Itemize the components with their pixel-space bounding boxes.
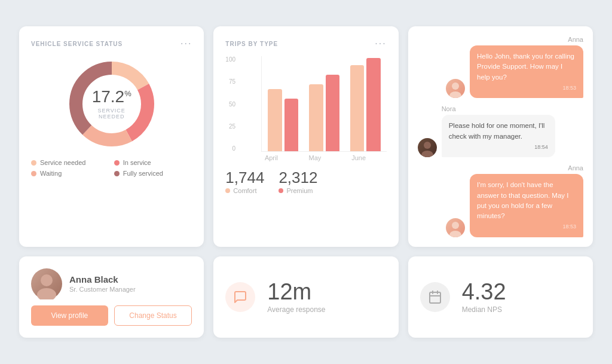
x-label-june: June <box>337 154 381 161</box>
bubble-nora: Please hold for one moment, I'll check w… <box>442 115 555 157</box>
vehicle-status-title: VEHICLE SERVICE STATUS <box>31 41 123 47</box>
stat-number-premium: 2,312 <box>279 169 317 187</box>
stat-label-comfort: Comfort <box>233 187 256 194</box>
donut-chart: 17.2% SERVICENEEDED <box>64 56 160 152</box>
bubble-anna-2: I'm sorry, I don't have the answer to th… <box>470 174 583 237</box>
svg-point-5 <box>449 91 461 98</box>
bubble-anna-1: Hello John, thank you for calling Provid… <box>470 45 583 98</box>
stat-dot-comfort <box>225 188 230 193</box>
bubble-time: 18:53 <box>477 223 576 231</box>
profile-avatar <box>31 268 62 299</box>
stat-comfort: 1,744 Comfort <box>225 169 264 194</box>
legend-dot-waiting <box>31 171 36 176</box>
bar-group-june <box>350 58 381 151</box>
message-sender-anna2: Anna <box>418 164 583 172</box>
avg-response-card: 12m Average response <box>213 256 398 338</box>
bubble-time: 18:54 <box>449 143 548 152</box>
bar-may-comfort <box>309 84 323 151</box>
profile-text: Anna Black Sr. Customer Manager <box>69 274 136 293</box>
legend-item: In service <box>114 159 192 166</box>
message-bubble-row: Hello John, thank you for calling Provid… <box>418 45 583 98</box>
message-bubble-row: Please hold for one moment, I'll check w… <box>418 115 583 157</box>
view-profile-button[interactable]: View profile <box>31 305 108 326</box>
legend-item: Fully serviced <box>114 170 192 177</box>
profile-buttons: View profile Change Status <box>31 305 192 326</box>
message-bubble-row: I'm sorry, I don't have the answer to th… <box>418 174 583 237</box>
y-axis: 100 75 50 25 0 <box>225 56 235 152</box>
avg-response-value: 12m <box>267 280 325 303</box>
y-label: 100 <box>225 56 235 63</box>
profile-info: Anna Black Sr. Customer Manager <box>31 268 136 299</box>
x-label-april: April <box>249 154 293 161</box>
legend-item: Service needed <box>31 159 109 166</box>
avg-response-content: 12m Average response <box>267 280 325 314</box>
x-labels: April May June <box>243 154 386 161</box>
change-status-button[interactable]: Change Status <box>114 305 192 326</box>
x-label-may: May <box>293 154 336 161</box>
median-nps-value: 4.32 <box>462 280 506 303</box>
svg-point-6 <box>424 142 431 149</box>
bar-april-premium <box>284 99 298 151</box>
legend-dot-in-service <box>114 160 120 166</box>
median-nps-label: Median NPS <box>462 305 506 314</box>
message-sender-anna: Anna <box>418 36 583 43</box>
message-row: Nora Please hold for one moment, I'll ch… <box>418 105 583 157</box>
bar-group-may <box>309 75 339 151</box>
legend-label-in-service: In service <box>123 159 151 166</box>
median-nps-content: 4.32 Median NPS <box>462 280 506 314</box>
trips-menu[interactable]: ··· <box>375 38 386 49</box>
message-row: Anna I'm sorry, I don't have the answer … <box>418 164 583 237</box>
y-label: 75 <box>225 78 235 85</box>
card-header: VEHICLE SERVICE STATUS ··· <box>31 38 192 49</box>
median-nps-card: 4.32 Median NPS <box>408 256 593 338</box>
legend-dot-fully-serviced <box>114 171 120 176</box>
profile-card: Anna Black Sr. Customer Manager View pro… <box>19 256 204 338</box>
vehicle-status-card: VEHICLE SERVICE STATUS ··· 1 <box>19 26 204 247</box>
bar-april-comfort <box>268 89 281 151</box>
stat-label-premium: Premium <box>286 187 313 194</box>
avatar-anna <box>446 79 465 98</box>
y-label: 0 <box>225 145 235 152</box>
donut-center: 17.2% SERVICENEEDED <box>92 88 131 120</box>
bar-june-comfort <box>350 65 364 151</box>
svg-point-4 <box>452 82 459 90</box>
chat-card: Anna Hello John, thank you for calling P… <box>408 26 593 247</box>
trips-card: TRIPS BY TYPE ··· 100 75 50 25 0 <box>213 26 398 247</box>
avatar-anna-2 <box>446 218 465 237</box>
profile-role: Sr. Customer Manager <box>69 286 136 293</box>
calendar-icon <box>420 282 450 312</box>
y-label: 50 <box>225 101 235 108</box>
bar-june-premium <box>366 58 380 151</box>
stat-premium: 2,312 Premium <box>279 169 317 194</box>
stat-legend-premium: Premium <box>279 187 317 194</box>
svg-point-7 <box>421 151 433 157</box>
donut-label: SERVICENEEDED <box>92 108 131 120</box>
trips-header: TRIPS BY TYPE ··· <box>225 38 386 49</box>
svg-point-11 <box>37 288 56 299</box>
legend-label-waiting: Waiting <box>40 170 62 177</box>
svg-point-8 <box>452 222 459 229</box>
dashboard: VEHICLE SERVICE STATUS ··· 1 <box>19 26 593 338</box>
message-row: Anna Hello John, thank you for calling P… <box>418 36 583 98</box>
stat-dot-premium <box>279 188 283 193</box>
vehicle-status-menu[interactable]: ··· <box>180 38 192 49</box>
trips-title: TRIPS BY TYPE <box>225 41 278 47</box>
svg-rect-12 <box>430 292 440 303</box>
avatar-nora <box>418 138 437 157</box>
chat-messages: Anna Hello John, thank you for calling P… <box>418 36 583 237</box>
chart-stats: 1,744 Comfort 2,312 Premium <box>225 169 386 194</box>
stat-legend-comfort: Comfort <box>225 187 264 194</box>
donut-percent: 17.2% <box>92 88 131 105</box>
svg-point-10 <box>41 274 53 286</box>
chart-area <box>261 56 386 152</box>
legend-item: Waiting <box>31 170 109 177</box>
avg-response-label: Average response <box>267 305 325 314</box>
chat-icon <box>225 282 255 312</box>
legend-label-fully-serviced: Fully serviced <box>123 170 163 177</box>
y-label: 25 <box>225 123 235 130</box>
svg-point-9 <box>449 231 461 237</box>
message-sender-nora: Nora <box>418 105 583 112</box>
profile-name: Anna Black <box>69 274 136 285</box>
donut-container: 17.2% SERVICENEEDED <box>31 56 192 152</box>
bar-may-premium <box>326 75 339 151</box>
